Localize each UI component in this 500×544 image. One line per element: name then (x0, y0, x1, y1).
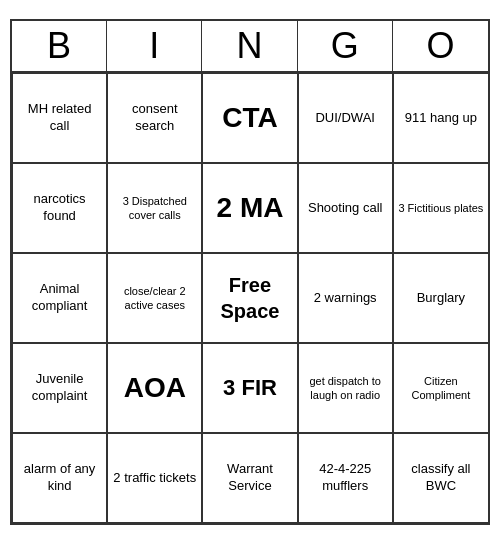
bingo-cell-1: consent search (107, 73, 202, 163)
bingo-cell-16: AOA (107, 343, 202, 433)
bingo-cell-22: Warrant Service (202, 433, 297, 523)
bingo-letter-o: O (393, 21, 488, 71)
bingo-cell-8: Shooting call (298, 163, 393, 253)
bingo-cell-23: 42-4-225 mufflers (298, 433, 393, 523)
bingo-cell-11: close/clear 2 active cases (107, 253, 202, 343)
bingo-cell-2: CTA (202, 73, 297, 163)
bingo-cell-0: MH related call (12, 73, 107, 163)
bingo-cell-19: Citizen Compliment (393, 343, 488, 433)
bingo-cell-20: alarm of any kind (12, 433, 107, 523)
bingo-cell-24: classify all BWC (393, 433, 488, 523)
bingo-header: BINGO (12, 21, 488, 73)
bingo-cell-4: 911 hang up (393, 73, 488, 163)
bingo-letter-i: I (107, 21, 202, 71)
bingo-letter-b: B (12, 21, 107, 71)
bingo-cell-5: narcotics found (12, 163, 107, 253)
bingo-cell-17: 3 FIR (202, 343, 297, 433)
bingo-cell-21: 2 traffic tickets (107, 433, 202, 523)
bingo-cell-15: Juvenile complaint (12, 343, 107, 433)
bingo-cell-10: Animal compliant (12, 253, 107, 343)
bingo-grid: MH related callconsent searchCTADUI/DWAI… (12, 73, 488, 523)
bingo-letter-n: N (202, 21, 297, 71)
bingo-cell-14: Burglary (393, 253, 488, 343)
bingo-cell-18: get dispatch to laugh on radio (298, 343, 393, 433)
bingo-card: BINGO MH related callconsent searchCTADU… (10, 19, 490, 525)
bingo-cell-6: 3 Dispatched cover calls (107, 163, 202, 253)
bingo-cell-7: 2 MA (202, 163, 297, 253)
bingo-letter-g: G (298, 21, 393, 71)
bingo-cell-3: DUI/DWAI (298, 73, 393, 163)
bingo-cell-12: Free Space (202, 253, 297, 343)
bingo-cell-9: 3 Fictitious plates (393, 163, 488, 253)
bingo-cell-13: 2 warnings (298, 253, 393, 343)
